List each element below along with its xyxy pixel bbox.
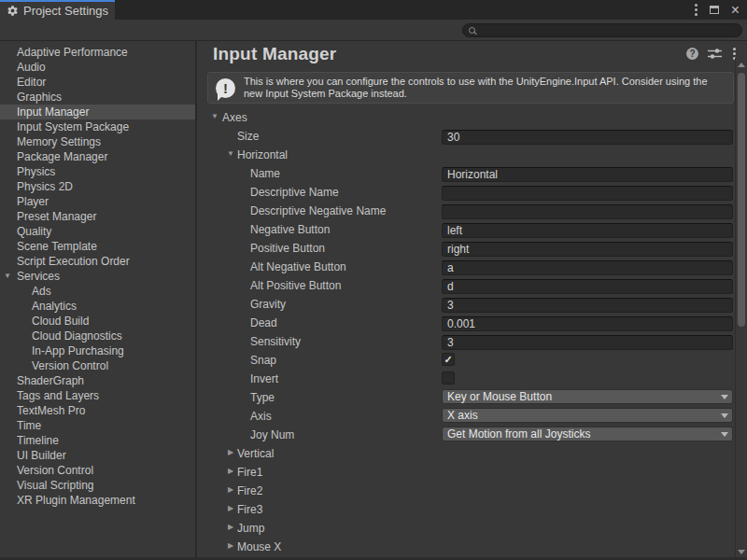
gear-icon <box>7 5 19 17</box>
dropdown-joy-num[interactable]: Get Motion from all Joysticks <box>442 427 733 441</box>
sidebar-item-analytics[interactable]: Analytics <box>0 299 195 314</box>
panel-header: Input Manager ? <box>197 41 747 66</box>
sidebar-item-quality[interactable]: Quality <box>0 224 195 239</box>
window-maximize-icon[interactable] <box>710 6 719 14</box>
foldout-collapsed-icon[interactable]: ▶ <box>226 541 235 550</box>
checkbox-snap[interactable]: ✓ <box>442 353 455 366</box>
dropdown-axis[interactable]: X axis <box>442 408 733 423</box>
tab-project-settings[interactable]: Project Settings <box>0 0 115 20</box>
property-row-name: Name <box>197 164 747 183</box>
foldout-collapsed-icon[interactable]: ▶ <box>226 448 235 456</box>
foldout-open-icon[interactable]: ▼ <box>4 269 11 284</box>
field-name[interactable] <box>442 167 733 182</box>
sidebar-item-services[interactable]: ▼Services <box>0 269 195 284</box>
field-negative-button[interactable] <box>442 223 733 238</box>
window-menu-icon[interactable] <box>695 8 698 11</box>
field-descriptive-negative-name[interactable] <box>442 204 733 219</box>
vertical-scrollbar[interactable] <box>735 58 747 560</box>
sidebar-item-visual-scripting[interactable]: Visual Scripting <box>0 478 195 493</box>
checkbox-invert[interactable] <box>442 371 455 385</box>
sidebar-item-version-control[interactable]: Version Control <box>0 358 195 373</box>
foldout-collapsed-icon[interactable]: ▶ <box>226 504 235 512</box>
sidebar-item-xr-plugin-management[interactable]: XR Plugin Management <box>0 493 195 508</box>
scroll-up-icon[interactable] <box>738 63 745 67</box>
field-gravity[interactable] <box>442 298 733 313</box>
row-control <box>442 221 733 236</box>
foldout-collapsed-icon[interactable]: ▶ <box>226 467 235 475</box>
sidebar-item-preset-manager[interactable]: Preset Manager <box>0 209 195 224</box>
property-row-size: Size <box>197 127 747 146</box>
help-icon[interactable]: ? <box>686 48 698 60</box>
dropdown-type[interactable]: Key or Mouse Button <box>442 389 733 404</box>
property-row-invert: Invert <box>197 370 747 388</box>
sidebar-item-version-control[interactable]: Version Control <box>0 463 195 478</box>
sidebar-item-textmesh-pro[interactable]: TextMesh Pro <box>0 403 195 418</box>
sidebar-item-label: Version Control <box>17 464 93 477</box>
search-icon <box>469 27 475 34</box>
property-row-negative-button: Negative Button <box>197 220 747 239</box>
sidebar-item-input-system-package[interactable]: Input System Package <box>0 119 195 134</box>
row-control: Key or Mouse Button <box>442 389 733 404</box>
field-alt-negative-button[interactable] <box>442 260 733 275</box>
field-descriptive-name[interactable] <box>442 186 733 201</box>
sidebar-item-input-manager[interactable]: Input Manager <box>0 105 195 119</box>
row-label: Joy Num <box>250 428 294 441</box>
row-label: Descriptive Negative Name <box>250 204 386 217</box>
sidebar-item-label: Timeline <box>17 434 59 447</box>
foldout-collapsed-icon[interactable]: ▶ <box>226 485 235 494</box>
sidebar-item-label: Editor <box>17 76 46 89</box>
row-control <box>442 277 733 292</box>
sidebar-item-cloud-diagnostics[interactable]: Cloud Diagnostics <box>0 329 195 343</box>
row-label: Type <box>250 391 275 404</box>
row-label: Fire1 <box>237 466 262 479</box>
row-label: Axes <box>222 111 247 124</box>
sidebar-item-graphics[interactable]: Graphics <box>0 90 195 105</box>
sidebar-item-physics-2d[interactable]: Physics 2D <box>0 179 195 194</box>
sidebar-item-tags-and-layers[interactable]: Tags and Layers <box>0 388 195 403</box>
property-row-vertical: ▶Vertical <box>197 444 747 463</box>
foldout-open-icon[interactable]: ▼ <box>210 112 219 120</box>
sidebar-item-ui-builder[interactable]: UI Builder <box>0 448 195 463</box>
field-dead[interactable] <box>442 316 733 331</box>
sidebar-item-timeline[interactable]: Timeline <box>0 433 195 448</box>
row-control <box>442 203 733 217</box>
search-input[interactable] <box>475 25 736 36</box>
search-box[interactable] <box>462 23 742 37</box>
field-size[interactable] <box>442 130 733 145</box>
scroll-down-icon[interactable] <box>738 550 745 554</box>
sidebar-item-shadergraph[interactable]: ShaderGraph <box>0 373 195 388</box>
sidebar-item-physics[interactable]: Physics <box>0 164 195 179</box>
sidebar-item-time[interactable]: Time <box>0 418 195 433</box>
sidebar-item-adaptive-performance[interactable]: Adaptive Performance <box>0 45 195 60</box>
scrollbar-thumb[interactable] <box>738 73 745 327</box>
field-positive-button[interactable] <box>442 242 733 257</box>
sidebar-item-scene-template[interactable]: Scene Template <box>0 239 195 254</box>
row-control <box>442 128 733 143</box>
kebab-menu-icon[interactable] <box>733 52 736 55</box>
dropdown-value: X axis <box>447 409 478 422</box>
window-close-icon[interactable]: × <box>731 3 740 18</box>
sidebar-item-cloud-build[interactable]: Cloud Build <box>0 314 195 329</box>
foldout-open-icon[interactable]: ▼ <box>226 149 235 158</box>
sidebar-item-ads[interactable]: Ads <box>0 284 195 299</box>
row-control <box>442 333 733 348</box>
row-label: Alt Negative Button <box>250 260 346 273</box>
presets-icon[interactable] <box>708 48 722 60</box>
property-row-alt-positive-button: Alt Positive Button <box>197 276 747 295</box>
sidebar-item-in-app-purchasing[interactable]: In-App Purchasing <box>0 343 195 358</box>
row-control <box>442 315 733 329</box>
property-row-fire1: ▶Fire1 <box>197 463 747 482</box>
sidebar-item-package-manager[interactable]: Package Manager <box>0 149 195 164</box>
dropdown-value: Key or Mouse Button <box>447 390 552 403</box>
sidebar-item-label: Version Control <box>32 359 108 372</box>
sidebar-item-audio[interactable]: Audio <box>0 60 195 75</box>
foldout-collapsed-icon[interactable]: ▶ <box>226 523 235 531</box>
field-alt-positive-button[interactable] <box>442 279 733 294</box>
sidebar-item-editor[interactable]: Editor <box>0 75 195 90</box>
sidebar-item-memory-settings[interactable]: Memory Settings <box>0 134 195 149</box>
sidebar-item-script-execution-order[interactable]: Script Execution Order <box>0 254 195 269</box>
chevron-down-icon <box>721 413 728 418</box>
row-label: Size <box>237 130 259 143</box>
sidebar-item-player[interactable]: Player <box>0 194 195 209</box>
field-sensitivity[interactable] <box>442 335 733 350</box>
